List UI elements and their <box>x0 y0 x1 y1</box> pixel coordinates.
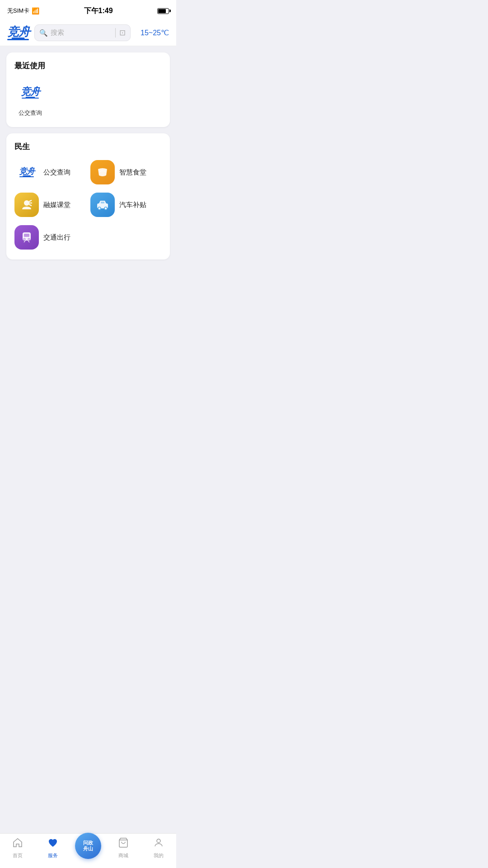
search-placeholder: 搜索 <box>51 28 113 37</box>
svg-point-0 <box>24 200 29 206</box>
recent-logo: 竞舟 <box>17 79 44 106</box>
svg-rect-7 <box>101 202 104 203</box>
status-carrier: 无SIM卡 📶 <box>7 7 39 15</box>
service-item-transit[interactable]: 交通出行 <box>14 225 86 250</box>
battery-icon <box>157 8 169 14</box>
svg-point-11 <box>28 238 30 240</box>
life-services-card: 民生 竞舟 公交查询 智慧食堂 <box>6 133 170 259</box>
service-label-transit: 交通出行 <box>43 233 70 242</box>
service-label-canteen: 智慧食堂 <box>119 168 146 177</box>
logo-text: 竞舟 <box>7 26 30 38</box>
recent-item-bus[interactable]: 竞舟 公交查询 <box>14 79 46 117</box>
life-title: 民生 <box>14 142 162 152</box>
svg-line-14 <box>28 241 29 242</box>
wifi-icon: 📶 <box>32 7 39 14</box>
logo-bar <box>7 39 29 40</box>
svg-point-10 <box>23 238 25 240</box>
service-item-canteen[interactable]: 智慧食堂 <box>90 160 162 184</box>
service-label-media: 融媒课堂 <box>43 201 70 209</box>
status-bar: 无SIM卡 📶 下午1:49 <box>0 0 176 20</box>
service-label-car: 汽车补贴 <box>119 201 146 209</box>
status-time: 下午1:49 <box>84 6 113 16</box>
bus-icon: 竞舟 <box>14 160 39 184</box>
svg-line-13 <box>24 241 25 242</box>
weather-display: 15~25℃ <box>135 28 169 37</box>
recent-item-label: 公交查询 <box>19 109 42 117</box>
service-grid: 竞舟 公交查询 智慧食堂 <box>14 160 162 250</box>
app-logo[interactable]: 竞舟 <box>7 26 30 40</box>
search-bar[interactable]: 🔍 搜索 ⊡ <box>34 24 131 41</box>
svg-point-5 <box>98 207 101 210</box>
canteen-icon <box>90 160 115 184</box>
svg-line-3 <box>29 204 32 206</box>
scan-icon[interactable]: ⊡ <box>115 28 126 38</box>
service-item-bus[interactable]: 竞舟 公交查询 <box>14 160 86 184</box>
media-icon <box>14 193 39 217</box>
service-item-media[interactable]: 融媒课堂 <box>14 193 86 217</box>
svg-point-6 <box>104 207 107 210</box>
svg-line-1 <box>29 200 32 202</box>
service-item-car[interactable]: 汽车补贴 <box>90 193 162 217</box>
svg-rect-9 <box>24 234 29 237</box>
app-header: 竞舟 🔍 搜索 ⊡ 15~25℃ <box>0 20 176 46</box>
recent-card: 最近使用 竞舟 公交查询 <box>6 52 170 127</box>
car-icon <box>90 193 115 217</box>
search-icon: 🔍 <box>39 29 48 37</box>
service-label-bus: 公交查询 <box>43 168 70 177</box>
transit-icon <box>14 225 39 250</box>
main-content: 最近使用 竞舟 公交查询 民生 竞舟 公交查询 <box>0 46 176 266</box>
recent-title: 最近使用 <box>14 61 162 71</box>
status-right <box>157 8 169 14</box>
